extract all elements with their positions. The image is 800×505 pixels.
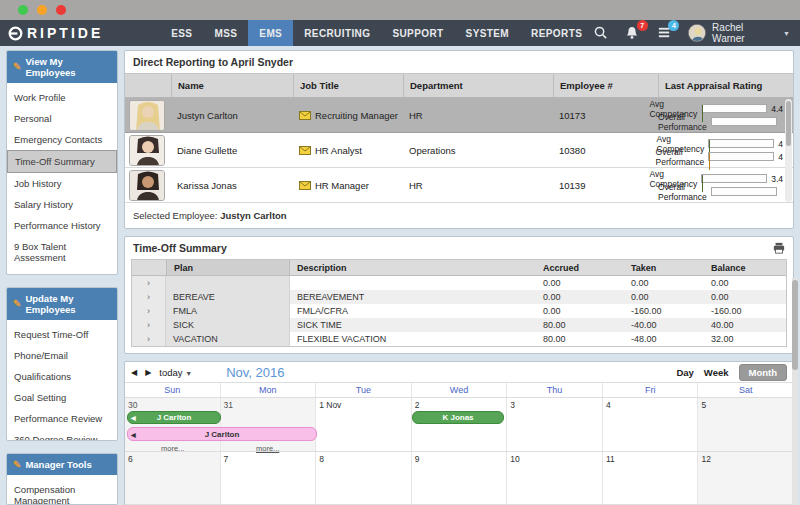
window-zoom-button[interactable] (18, 5, 28, 15)
employee-job-title: HR Manager (315, 180, 369, 191)
calendar-next-icon[interactable]: ▶ (145, 368, 153, 377)
employee-row-diane-gullette[interactable]: Diane Gullette HR Analyst Operations 103… (125, 133, 793, 168)
time-off-summary-title: Time-Off Summary (133, 242, 227, 254)
employee-row-karissa-jonas[interactable]: Karissa Jonas HR Manager HR 10139 Avg Co… (125, 168, 793, 203)
calendar-event-j-carlton-2[interactable]: ◀J Carlton (127, 427, 317, 441)
sidebar-item-salary-history[interactable]: Salary History (7, 194, 117, 215)
sidebar-item-goal-setting[interactable]: Goal Setting (7, 387, 117, 408)
sidebar-item-360-degree-review[interactable]: 360 Degree Review (7, 429, 117, 441)
sidebar-item-personal[interactable]: Personal (7, 108, 117, 129)
window-close-button[interactable] (56, 5, 66, 15)
sidebar-item-request-time-off[interactable]: Request Time-Off (7, 324, 117, 345)
sidebar-item-qualifications[interactable]: Qualifications (7, 366, 117, 387)
sidebar-item-job-history[interactable]: Job History (7, 173, 117, 194)
time-off-row-fmla[interactable]: › FMLA FMLA/CFRA 0.00 -160.00 -160.00 (132, 304, 786, 318)
time-off-row[interactable]: › 0.00 0.00 0.00 (132, 276, 786, 290)
overall-performance-bar (708, 152, 774, 161)
table-scrollbar[interactable] (785, 99, 792, 202)
print-icon[interactable] (773, 242, 785, 254)
avg-competency-bar (701, 104, 767, 113)
calendar-panel: ◀ ▶ today ▼ Nov, 2016 Day Week Month Sun… (124, 361, 794, 505)
calendar-view-day-button[interactable]: Day (676, 367, 693, 378)
expand-row-icon[interactable]: › (132, 318, 166, 332)
continues-left-icon: ◀ (131, 431, 136, 438)
sidebar-item-compensation-management[interactable]: Compensation Management (7, 479, 117, 505)
sidebar-section-title: View My Employees (25, 56, 111, 78)
calendar-today-button[interactable]: today ▼ (159, 367, 192, 378)
calendar-cell[interactable]: 7 (220, 452, 316, 504)
col-employee-no: Employee # (553, 74, 658, 97)
calendar-week-1: 30 31 1 Nov 2 3 4 5 ◀J Carlton ◀J Carlto… (125, 398, 793, 452)
col-job-title: Job Title (293, 74, 403, 97)
sidebar-item-performance-review[interactable]: Performance Review (7, 408, 117, 429)
sidebar-item-talent-distribution[interactable]: Talent Distribution Curve (7, 268, 117, 275)
calendar-cell[interactable]: 4 (602, 398, 698, 451)
time-off-summary-panel: Time-Off Summary Plan Description Accrue… (124, 236, 794, 354)
user-menu[interactable]: Rachel Warner ▼ (688, 22, 790, 44)
calendar-event-k-jonas[interactable]: K Jonas (412, 411, 504, 424)
employee-number: 10139 (553, 180, 658, 191)
calendar-cell[interactable]: 5 (697, 398, 793, 451)
sidebar-item-work-profile[interactable]: Work Profile (7, 87, 117, 108)
messages-list-icon[interactable]: 4 (657, 25, 673, 41)
time-off-row-sick[interactable]: › SICK SICK TIME 80.00 -40.00 40.00 (132, 318, 786, 332)
user-avatar (688, 24, 706, 42)
calendar-prev-icon[interactable]: ◀ (131, 368, 139, 377)
expand-row-icon[interactable]: › (132, 276, 166, 290)
calendar-day-headers: Sun Mon Tue Wed Thu Fri Sat (125, 383, 793, 398)
calendar-cell[interactable]: 1 Nov (315, 398, 411, 451)
nav-item-ems[interactable]: EMS (248, 20, 293, 46)
calendar-cell[interactable]: 12 (697, 452, 793, 504)
nav-item-mss[interactable]: MSS (203, 20, 248, 46)
calendar-cell[interactable]: 9 (411, 452, 507, 504)
direct-reports-title: Direct Reporting to April Snyder (125, 51, 793, 73)
calendar-title: Nov, 2016 (226, 365, 284, 380)
main-menu: ESS MSS EMS RECRUITING SUPPORT SYSTEM RE… (160, 20, 593, 46)
employee-name: Justyn Carlton (171, 110, 293, 121)
nav-item-system[interactable]: SYSTEM (455, 20, 521, 46)
nav-item-reports[interactable]: REPORTS (520, 20, 593, 46)
time-off-table: Plan Description Accrued Taken Balance ›… (131, 259, 787, 347)
calendar-cell[interactable]: 11 (602, 452, 698, 504)
sidebar-item-phone-email[interactable]: Phone/Email (7, 345, 117, 366)
email-icon[interactable] (299, 111, 311, 120)
calendar-cell[interactable]: 3 (506, 398, 602, 451)
time-off-header-row: Plan Description Accrued Taken Balance (132, 260, 786, 276)
expand-row-icon[interactable]: › (132, 290, 166, 304)
sidebar-item-time-off-summary[interactable]: Time-Off Summary (7, 150, 117, 173)
page-scrollbar[interactable] (792, 278, 798, 505)
employee-number: 10173 (553, 110, 658, 121)
nav-item-ess[interactable]: ESS (160, 20, 203, 46)
calendar-cell[interactable]: 6 (125, 452, 220, 504)
employee-job-title: Recruiting Manager (315, 110, 398, 121)
expand-row-icon[interactable]: › (132, 304, 166, 318)
search-icon[interactable] (593, 25, 609, 41)
nav-item-support[interactable]: SUPPORT (381, 20, 454, 46)
calendar-cell[interactable]: 2 (411, 398, 507, 451)
navbar-right: 7 4 Rachel Warner ▼ (593, 22, 800, 44)
calendar-view-week-button[interactable]: Week (704, 367, 729, 378)
employee-row-justyn-carlton[interactable]: Justyn Carlton Recruiting Manager HR 101… (125, 98, 793, 133)
sidebar-item-emergency-contacts[interactable]: Emergency Contacts (7, 129, 117, 150)
notifications-bell-icon[interactable]: 7 (625, 25, 641, 41)
calendar-cell[interactable]: 10 (506, 452, 602, 504)
messages-badge: 4 (668, 20, 679, 31)
expand-row-icon[interactable]: › (132, 332, 166, 346)
sidebar-item-9-box-talent[interactable]: 9 Box Talent Assessment (7, 236, 117, 268)
nav-item-recruiting[interactable]: RECRUITING (293, 20, 381, 46)
employee-number: 10380 (553, 145, 658, 156)
calendar-event-j-carlton[interactable]: ◀J Carlton (127, 411, 221, 424)
window-minimize-button[interactable] (37, 5, 47, 15)
employee-department: Operations (403, 145, 553, 156)
sidebar: ✎ View My Employees Work Profile Persona… (6, 50, 118, 505)
calendar-cell[interactable]: 8 (315, 452, 411, 504)
sidebar-item-performance-history[interactable]: Performance History (7, 215, 117, 236)
col-plan: Plan (166, 260, 290, 275)
email-icon[interactable] (299, 181, 311, 190)
calendar-view-month-button[interactable]: Month (739, 364, 788, 381)
continues-left-icon: ◀ (131, 414, 136, 421)
time-off-row-bereave[interactable]: › BEREAVE BEREAVEMENT 0.00 0.00 0.00 (132, 290, 786, 304)
time-off-row-vacation[interactable]: › VACATION FLEXIBLE VACATION 80.00 -48.0… (132, 332, 786, 346)
email-icon[interactable] (299, 146, 311, 155)
employee-department: HR (403, 180, 553, 191)
